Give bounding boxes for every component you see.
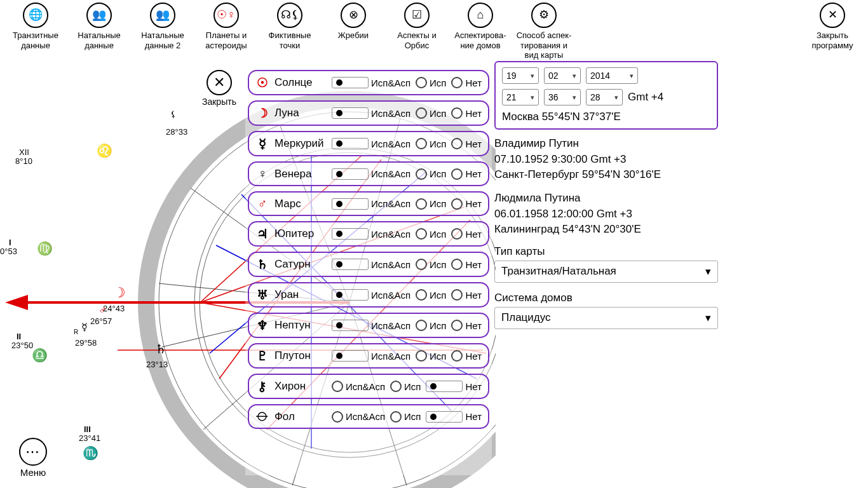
close-overlay: ✕ Закрыть [202,70,236,107]
opt-use-aspect[interactable]: Исп&Асп [332,168,410,180]
radio-icon [451,168,463,180]
opt-use-aspect[interactable]: Исп&Асп [332,259,410,270]
house-system-select[interactable]: Плацидус▾ [494,307,718,329]
opt-use-aspect[interactable]: Исп&Асп [332,381,385,392]
globe-icon: 🌐 [23,3,48,28]
radio-icon [451,228,463,240]
transit-hour-select[interactable]: 21▾ [502,89,539,105]
opt-none[interactable]: Нет [426,411,482,423]
svg-text:R: R [74,329,78,336]
tool-natal-data-2[interactable]: 👥Натальные данные 2 [132,3,193,50]
chevron-down-icon: ▾ [705,311,711,325]
opt-use[interactable]: Исп [416,107,446,119]
transit-day-select[interactable]: 19▾ [502,67,539,84]
chevron-down-icon: ▾ [573,93,576,102]
opt-none[interactable]: Нет [451,107,482,119]
opt-use[interactable]: Исп [416,320,446,331]
opt-use[interactable]: Исп [416,168,446,180]
opt-use[interactable]: Исп [416,228,446,240]
opt-use-aspect[interactable]: Исп&Асп [332,228,410,240]
work-area: ♌♍♎ ♏♐ XII8°10 I0°53 II23°50 III23°41 ⚸2… [0,61,868,488]
opt-none[interactable]: Нет [451,168,482,180]
opt-use-aspect[interactable]: Исп&Асп [332,138,410,149]
radio-icon [332,381,343,392]
opt-none[interactable]: Нет [451,138,482,149]
planet-row-солнце: ☉СолнцеИсп&АспИспНет [248,70,489,95]
tool-close-app[interactable]: ✕Закрыть программу [802,3,863,50]
opt-use[interactable]: Исп [390,381,421,392]
svg-text:III: III [84,424,91,434]
opt-use[interactable]: Исп [390,411,421,423]
opt-none[interactable]: Нет [451,320,482,331]
opt-use[interactable]: Исп [416,77,446,88]
opt-use-aspect[interactable]: Исп&Асп [332,320,410,331]
transit-year-select[interactable]: 2014▾ [586,67,638,84]
svg-text:☽: ☽ [113,285,126,301]
opt-use-aspect[interactable]: Исп&Асп [332,107,410,119]
planet-row-нептун: ♆НептунИсп&АспИспНет [248,313,489,338]
svg-text:♄: ♄ [155,342,166,356]
radio-icon [451,320,463,331]
tool-aspects-orbis[interactable]: ☑Аспекты и Орбис [386,3,447,50]
opt-use-aspect[interactable]: Исп&Асп [332,411,385,423]
radio-icon [332,198,369,210]
right-panel: 19▾ 02▾ 2014▾ 21▾ 36▾ 28▾ Gmt +4 Москва … [494,61,718,329]
transit-month-select[interactable]: 02▾ [544,67,581,84]
planet-glyph-icon: ♀ [255,166,269,181]
planet-glyph-icon: ⦵ [255,409,269,424]
opt-use[interactable]: Исп [416,198,446,210]
radio-icon [416,350,427,362]
transit-min-select[interactable]: 36▾ [544,89,581,105]
tool-fictitious-points[interactable]: ☊⚸Фиктивные точки [259,3,320,50]
svg-text:23°50: 23°50 [11,341,33,350]
natal2-name: Людмила Путина [494,191,718,207]
tool-planets-asteroids[interactable]: ☉♀Планеты и астероиды [196,3,257,50]
radio-icon [390,381,402,392]
planet-row-плутон: ♇ПлутонИсп&АспИспНет [248,343,489,369]
planet-row-уран: ♅УранИсп&АспИспНет [248,282,489,308]
opt-none[interactable]: Нет [451,228,482,240]
radio-icon [451,350,463,362]
chart-type-select[interactable]: Транзитная/Натальная▾ [494,261,718,283]
opt-none[interactable]: Нет [451,350,482,362]
tool-lots[interactable]: ⊗Жребии [323,3,384,41]
planet-name: Венера [275,168,327,180]
tool-transit-data[interactable]: 🌐Транзитные данные [5,3,66,50]
planet-name: Меркурий [275,137,327,150]
opt-use-aspect[interactable]: Исп&Асп [332,289,410,301]
opt-use-aspect[interactable]: Исп&Асп [332,198,410,210]
radio-icon [332,289,369,301]
svg-text:♎: ♎ [32,348,48,363]
radio-icon [451,138,463,149]
opt-none[interactable]: Нет [426,381,482,392]
natal2-place: Калининград 54°43'N 20°30'E [494,222,718,238]
planet-row-сатурн: ♄СатурнИсп&АспИспНет [248,252,489,277]
opt-none[interactable]: Нет [451,198,482,210]
top-toolbar: 🌐Транзитные данные 👥Натальные данные 👥На… [0,0,868,61]
close-overlay-button[interactable]: ✕ [207,70,232,95]
opt-use[interactable]: Исп [416,259,446,270]
house-system-label: Система домов [494,292,718,304]
radio-icon [451,259,463,270]
opt-none[interactable]: Нет [451,289,482,301]
opt-none[interactable]: Нет [451,259,482,270]
planet-glyph-icon: ♂ [255,196,269,211]
opt-use[interactable]: Исп [416,138,446,149]
tool-house-aspecting[interactable]: ⌂Аспектирова­ние домов [450,3,511,50]
chevron-down-icon: ▾ [531,72,534,80]
opt-use[interactable]: Исп [416,289,446,301]
planet-list[interactable]: ☉СолнцеИсп&АспИспНет☽ЛунаИсп&АспИспНет☿М… [245,67,492,475]
menu-label: Меню [19,467,47,478]
chevron-down-icon: ▾ [614,93,618,102]
menu-button[interactable]: ⋯ [19,438,47,466]
tool-aspect-mode-view[interactable]: ⚙Способ аспек­тирования и вид карты [513,3,574,60]
tool-natal-data[interactable]: 👥Натальные данные [69,3,130,50]
opt-use[interactable]: Исп [416,350,446,362]
opt-use-aspect[interactable]: Исп&Асп [332,350,410,362]
natal2-box: Людмила Путина 06.01.1958 12:00:00 Gmt +… [494,191,718,238]
opt-none[interactable]: Нет [451,77,482,88]
opt-use-aspect[interactable]: Исп&Асп [332,77,410,88]
planet-glyph-icon: ☽ [255,105,269,121]
radio-icon [332,138,369,149]
transit-sec-select[interactable]: 28▾ [586,89,623,105]
